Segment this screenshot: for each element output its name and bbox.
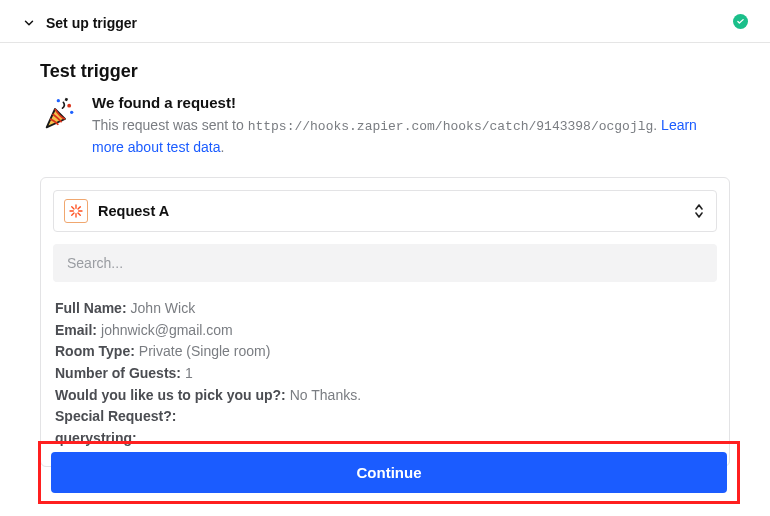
record-value: 1 [185, 365, 193, 381]
webhook-url: https://hooks.zapier.com/hooks/catch/914… [248, 119, 654, 134]
svg-rect-3 [65, 98, 69, 102]
search-input[interactable] [65, 254, 705, 272]
record-value: No Thanks. [290, 387, 361, 403]
record-value: John Wick [131, 300, 196, 316]
record-label: Would you like us to pick you up?: [55, 387, 286, 403]
search-field[interactable] [53, 244, 717, 282]
updown-arrows-icon [692, 202, 706, 220]
status-complete-icon [733, 14, 748, 29]
svg-point-2 [70, 111, 73, 114]
zapier-app-icon [64, 199, 88, 223]
svg-point-1 [57, 99, 60, 102]
sample-data-card: Request A Full Name:John WickEmail:johnw… [40, 177, 730, 467]
record-row: Full Name:John Wick [55, 298, 717, 320]
svg-line-9 [78, 213, 80, 215]
party-popper-icon [40, 94, 80, 134]
found-request-text: We found a request! This request was sen… [92, 94, 730, 159]
svg-line-11 [72, 213, 74, 215]
record-label: Room Type: [55, 343, 135, 359]
record-label: Special Request?: [55, 408, 176, 424]
record-row: Number of Guests:1 [55, 363, 717, 385]
svg-line-10 [78, 207, 80, 209]
continue-highlight-box: Continue [38, 441, 740, 504]
svg-point-0 [67, 104, 71, 108]
record-label: Full Name: [55, 300, 127, 316]
record-value: Private (Single room) [139, 343, 271, 359]
found-request-banner: We found a request! This request was sen… [40, 94, 730, 159]
record-row: Email:johnwick@gmail.com [55, 320, 717, 342]
chevron-down-icon [20, 14, 38, 32]
sample-selector[interactable]: Request A [53, 190, 717, 232]
record-row: Special Request?: [55, 406, 717, 428]
record-label: Email: [55, 322, 97, 338]
test-trigger-panel: Test trigger We found a request! This re… [0, 43, 770, 467]
section-header-title: Set up trigger [46, 15, 137, 31]
record-list: Full Name:John WickEmail:johnwick@gmail.… [53, 298, 717, 450]
section-header[interactable]: Set up trigger [0, 0, 770, 43]
record-row: Room Type:Private (Single room) [55, 341, 717, 363]
subsection-title: Test trigger [40, 61, 730, 82]
svg-line-8 [72, 207, 74, 209]
found-period: . [220, 139, 224, 155]
continue-button[interactable]: Continue [51, 452, 727, 493]
found-prefix: This request was sent to [92, 117, 248, 133]
record-label: Number of Guests: [55, 365, 181, 381]
record-value: johnwick@gmail.com [101, 322, 233, 338]
record-row: Would you like us to pick you up?:No Tha… [55, 385, 717, 407]
found-request-title: We found a request! [92, 94, 730, 111]
sample-selector-label: Request A [98, 203, 692, 219]
found-sep: . [653, 117, 661, 133]
found-request-description: This request was sent to https://hooks.z… [92, 115, 730, 159]
